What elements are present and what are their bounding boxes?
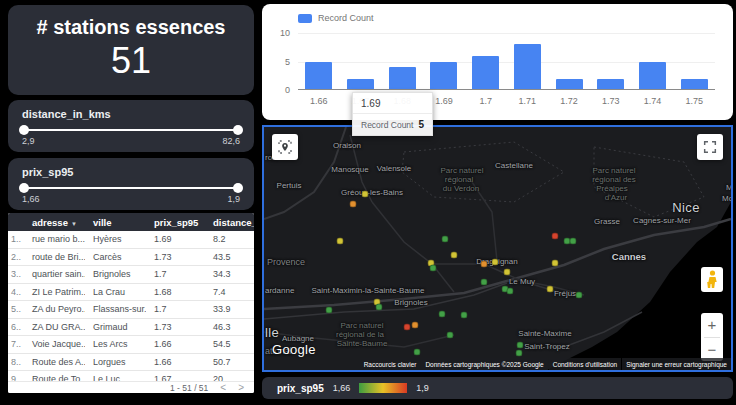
fullscreen-icon <box>702 139 718 155</box>
slider-label: distance_in_kms <box>22 108 111 120</box>
table-cell: 1.66 <box>146 357 205 367</box>
prev-page-icon[interactable]: < <box>220 383 226 393</box>
street-view-pegman[interactable] <box>701 267 723 292</box>
station-dot[interactable] <box>414 349 421 356</box>
station-dot[interactable] <box>481 279 488 286</box>
table-cell: quartier sain... <box>24 269 85 279</box>
bar-1.68[interactable] <box>389 67 416 89</box>
table-cell: 6.. <box>8 322 24 332</box>
legend-swatch <box>298 14 312 23</box>
slider-track[interactable] <box>24 187 238 189</box>
table-cell: Lorgues <box>85 357 146 367</box>
table-row[interactable]: 6..ZA DU GRA...Grimaud1.7346.3 <box>8 319 254 337</box>
table-cell: ZI Le Patrim... <box>24 287 85 297</box>
station-dot[interactable] <box>376 304 383 311</box>
table-cell: Hyères <box>85 234 146 244</box>
attribution-link[interactable]: Données cartographiques ©2025 Google <box>421 358 547 370</box>
station-dot[interactable] <box>517 342 524 349</box>
table-row[interactable]: 3..quartier sain...Brignoles1.734.3 <box>8 266 254 284</box>
table-row[interactable]: 8..Route des A...Lorgues1.6650.7 <box>8 354 254 372</box>
slider-handle-min[interactable] <box>19 125 29 135</box>
table-cell: route de Bri... <box>24 252 85 262</box>
bar-1.72[interactable] <box>556 79 583 89</box>
station-dot[interactable] <box>492 259 499 266</box>
table-cell: 8.2 <box>205 234 254 244</box>
bar-1.67[interactable] <box>347 79 374 89</box>
attribution-link[interactable]: Signaler une erreur cartographique <box>622 358 731 370</box>
bar-1.71[interactable] <box>514 44 541 89</box>
table-cell: Carcès <box>85 252 146 262</box>
legend-min: 1,66 <box>333 383 351 393</box>
bar-1.66[interactable] <box>305 62 332 90</box>
bar-1.7[interactable] <box>472 56 499 89</box>
map-color-legend: prix_sp95 1,66 1,9 <box>262 377 733 399</box>
station-dot[interactable] <box>516 350 523 357</box>
station-dot[interactable] <box>552 260 559 267</box>
recenter-map-button[interactable] <box>272 134 298 160</box>
slider-track[interactable] <box>24 129 238 131</box>
slider-max-value: 82,6 <box>222 136 240 146</box>
station-dot[interactable] <box>507 288 514 295</box>
legend-max: 1,9 <box>416 383 429 393</box>
slider-handle-max[interactable] <box>233 183 243 193</box>
table-cell: 5.. <box>8 304 24 314</box>
station-dot[interactable] <box>442 236 449 243</box>
col-distance[interactable]: distance_... <box>205 217 254 228</box>
station-dot[interactable] <box>362 191 369 198</box>
chart-plot-area <box>298 33 715 90</box>
slider-prix-sp95[interactable]: prix_sp95 1,66 1,9 <box>8 158 254 210</box>
station-dot[interactable] <box>439 311 446 318</box>
x-tick-label: 1.71 <box>519 96 537 106</box>
tooltip-metric-value: 5 <box>418 119 424 130</box>
tooltip-category: 1.69 <box>353 93 432 114</box>
table-row[interactable]: 7..Voie Jacque...Les Arcs1.6654.5 <box>8 336 254 354</box>
attribution-link[interactable]: Raccourcis clavier <box>360 358 421 370</box>
station-dot[interactable] <box>430 265 437 272</box>
table-cell: rue mario b... <box>24 234 85 244</box>
attribution-link[interactable]: Conditions d'utilisation <box>549 358 621 370</box>
slider-distance-in-kms[interactable]: distance_in_kms 2,9 82,6 <box>8 100 254 152</box>
station-dot[interactable] <box>461 312 468 319</box>
station-dot[interactable] <box>504 269 511 276</box>
map[interactable]: OraisonManosqueValensoleCastellanePertui… <box>262 125 733 372</box>
table-body: 1..rue mario b...Hyères1.698.22..route d… <box>8 231 254 393</box>
bar-1.73[interactable] <box>597 79 624 89</box>
station-dot[interactable] <box>481 261 488 268</box>
station-dot[interactable] <box>570 238 577 245</box>
col-adresse[interactable]: adresse▼ <box>24 217 85 228</box>
table-cell: 1.66 <box>146 339 205 349</box>
station-dot[interactable] <box>404 324 411 331</box>
legend-gradient-bar <box>359 383 407 393</box>
station-dot[interactable] <box>350 201 357 208</box>
bar-1.74[interactable] <box>639 62 666 90</box>
slider-max-value: 1,9 <box>227 194 240 204</box>
station-dot[interactable] <box>326 307 333 314</box>
table-row[interactable]: 4..ZI Le Patrim...La Crau1.687.4 <box>8 284 254 302</box>
table-cell: 1.. <box>8 234 24 244</box>
slider-handle-max[interactable] <box>233 125 243 135</box>
fullscreen-button[interactable] <box>697 134 723 160</box>
slider-handle-min[interactable] <box>19 183 29 193</box>
station-dot[interactable] <box>447 332 454 339</box>
table-cell: Route des A... <box>24 357 85 367</box>
bar-1.75[interactable] <box>681 79 708 89</box>
station-dot[interactable] <box>576 292 583 299</box>
station-dot[interactable] <box>412 322 419 329</box>
table-cell: Les Arcs <box>85 339 146 349</box>
x-axis-line <box>298 89 715 90</box>
bar-1.69[interactable] <box>430 62 457 90</box>
table-row[interactable]: 2..route de Bri...Carcès1.7343.5 <box>8 249 254 267</box>
table-cell: 1.73 <box>146 252 205 262</box>
station-dot[interactable] <box>451 252 458 259</box>
zoom-in-button[interactable]: + <box>701 313 723 337</box>
table-row[interactable]: 5..ZA du Peyro...Flassans-sur...1.733.9 <box>8 301 254 319</box>
next-page-icon[interactable]: > <box>238 383 244 393</box>
station-dot[interactable] <box>547 286 554 293</box>
station-dot[interactable] <box>337 238 344 245</box>
legend-label: Record Count <box>318 13 374 23</box>
col-prix-sp95[interactable]: prix_sp95 <box>146 217 205 228</box>
col-ville[interactable]: ville <box>85 217 146 228</box>
table-row[interactable]: 1..rue mario b...Hyères1.698.2 <box>8 231 254 249</box>
station-dot[interactable] <box>552 233 559 240</box>
table-cell: 43.5 <box>205 252 254 262</box>
